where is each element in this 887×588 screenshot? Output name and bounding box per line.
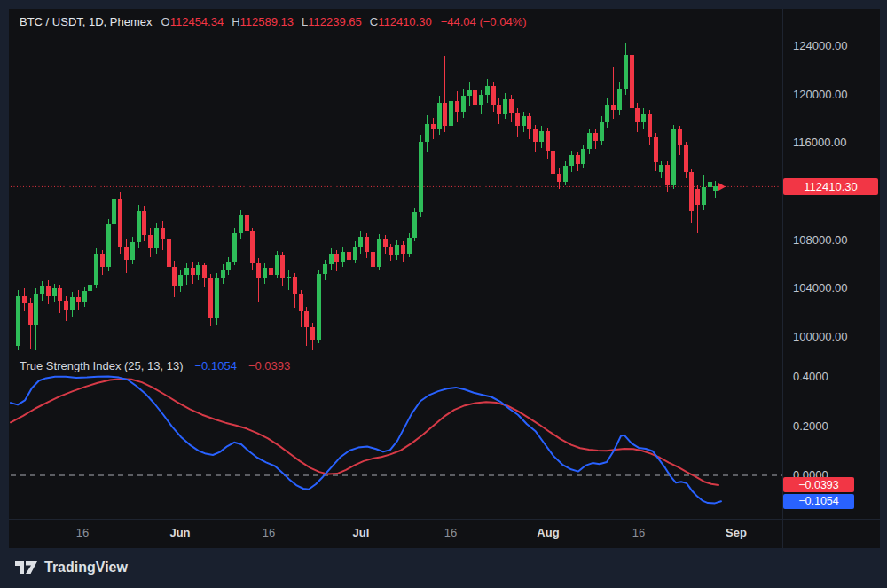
indicator-fast-value: −0.1054 [195,359,237,372]
change-value: −44.04 (−0.04%) [441,15,527,28]
tsi-axis-label: 0.4000 [793,371,828,383]
chart-canvas[interactable] [0,0,887,588]
candlestick-series [16,43,718,350]
indicator-legend: True Strength Index (25, 13, 13) −0.1054… [20,359,290,372]
indicator-slow-value: −0.0393 [248,359,290,372]
ohlc-L: L112239.65 [302,15,362,28]
time-axis-label: 16 [632,526,645,539]
tsi-slow-line [11,379,718,485]
time-axis[interactable] [9,520,782,548]
tradingview-logo-icon [14,558,38,577]
price-axis-label: 100000.00 [793,331,847,343]
tradingview-logo[interactable]: TradingView [14,558,128,577]
ohlc-O: O112454.34 [161,15,224,28]
price-axis-label: 124000.00 [793,40,847,52]
ohlc-H: H112589.13 [232,15,294,28]
tsi-fast-line [11,376,721,503]
price-axis-label: 120000.00 [793,89,847,101]
price-line-marker [718,183,726,191]
symbol-title[interactable]: BTC / USDT, 1D, Phemex [20,15,153,28]
time-axis-label: 16 [444,526,457,539]
indicator-title[interactable]: True Strength Index (25, 13, 13) [20,359,184,372]
time-axis-label: Aug [537,526,559,539]
tradingview-logo-text: TradingView [44,560,128,576]
tradingview-chart-window: BTC / USDT, 1D, Phemex O112454.34H112589… [0,0,887,588]
last-price-badge: 112410.30 [783,178,878,195]
tsi-axis-label: 0.2000 [793,420,828,433]
time-axis-label: Jul [353,526,370,539]
time-axis-label: 16 [76,526,89,539]
price-axis-label: 104000.00 [793,282,847,294]
time-axis-label: 16 [263,526,275,539]
tsi-fast-badge: −0.1054 [783,494,854,509]
price-axis-label: 116000.00 [793,137,847,149]
tsi-slow-badge: −0.0393 [783,477,854,492]
time-axis-label: Jun [169,526,190,539]
price-axis[interactable] [782,9,880,519]
time-axis-label: Sep [726,526,747,539]
ohlc-values: O112454.34H112589.13L112239.65C112410.30 [161,15,432,28]
pane-separator[interactable] [9,357,880,357]
symbol-legend: BTC / USDT, 1D, Phemex O112454.34H112589… [20,15,527,28]
ohlc-C: C112410.30 [370,15,432,28]
price-axis-label: 108000.00 [793,234,847,247]
